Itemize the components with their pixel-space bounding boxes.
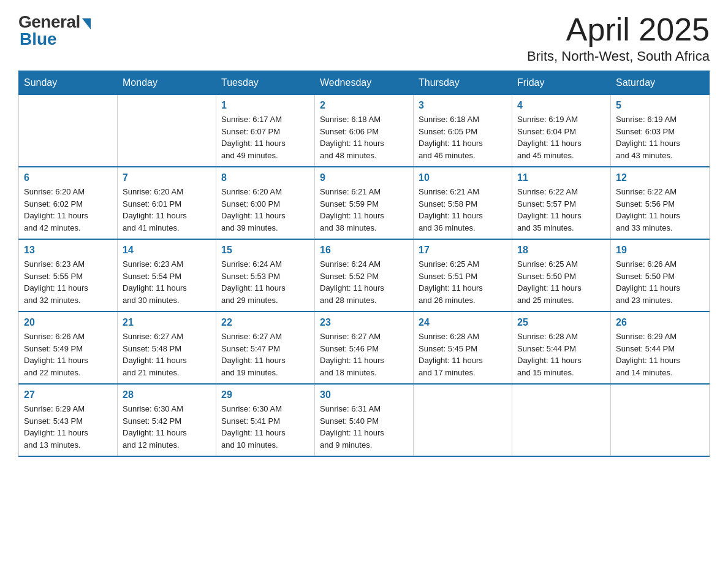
day-info: Sunrise: 6:18 AM Sunset: 6:06 PM Dayligh… <box>320 113 408 161</box>
day-number: 10 <box>419 172 507 183</box>
calendar-cell: 18Sunrise: 6:25 AM Sunset: 5:50 PM Dayli… <box>512 239 611 312</box>
day-info: Sunrise: 6:28 AM Sunset: 5:44 PM Dayligh… <box>517 331 605 378</box>
calendar-cell: 7Sunrise: 6:20 AM Sunset: 6:01 PM Daylig… <box>118 167 216 239</box>
day-number: 21 <box>123 317 211 328</box>
day-number: 20 <box>24 317 112 328</box>
day-info: Sunrise: 6:29 AM Sunset: 5:44 PM Dayligh… <box>616 331 704 378</box>
day-of-week-header: Thursday <box>414 71 512 95</box>
logo: General Blue <box>18 12 91 49</box>
day-number: 11 <box>517 172 605 183</box>
day-number: 25 <box>517 317 605 328</box>
calendar-cell: 15Sunrise: 6:24 AM Sunset: 5:53 PM Dayli… <box>216 239 315 312</box>
day-number: 15 <box>221 245 309 256</box>
logo-arrow-icon <box>82 18 91 29</box>
calendar-cell: 1Sunrise: 6:17 AM Sunset: 6:07 PM Daylig… <box>216 95 315 167</box>
day-info: Sunrise: 6:26 AM Sunset: 5:49 PM Dayligh… <box>24 331 112 378</box>
day-number: 12 <box>616 172 704 183</box>
calendar-cell: 16Sunrise: 6:24 AM Sunset: 5:52 PM Dayli… <box>315 239 414 312</box>
calendar-week-row: 27Sunrise: 6:29 AM Sunset: 5:43 PM Dayli… <box>19 384 710 456</box>
day-number: 6 <box>24 172 112 183</box>
day-number: 14 <box>123 245 211 256</box>
location-subtitle: Brits, North-West, South Africa <box>527 48 710 64</box>
calendar-cell: 6Sunrise: 6:20 AM Sunset: 6:02 PM Daylig… <box>19 167 118 239</box>
day-of-week-header: Sunday <box>19 71 118 95</box>
calendar-cell: 23Sunrise: 6:27 AM Sunset: 5:46 PM Dayli… <box>315 312 414 384</box>
calendar-cell: 28Sunrise: 6:30 AM Sunset: 5:42 PM Dayli… <box>118 384 216 456</box>
day-number: 2 <box>320 100 408 111</box>
calendar-cell <box>611 384 710 456</box>
day-number: 9 <box>320 172 408 183</box>
calendar-week-row: 13Sunrise: 6:23 AM Sunset: 5:55 PM Dayli… <box>19 239 710 312</box>
day-info: Sunrise: 6:25 AM Sunset: 5:51 PM Dayligh… <box>419 258 507 306</box>
day-info: Sunrise: 6:20 AM Sunset: 6:00 PM Dayligh… <box>221 186 309 234</box>
calendar-cell: 30Sunrise: 6:31 AM Sunset: 5:40 PM Dayli… <box>315 384 414 456</box>
calendar-cell: 19Sunrise: 6:26 AM Sunset: 5:50 PM Dayli… <box>611 239 710 312</box>
calendar-cell: 13Sunrise: 6:23 AM Sunset: 5:55 PM Dayli… <box>19 239 118 312</box>
day-info: Sunrise: 6:28 AM Sunset: 5:45 PM Dayligh… <box>419 331 507 378</box>
calendar-cell: 2Sunrise: 6:18 AM Sunset: 6:06 PM Daylig… <box>315 95 414 167</box>
day-info: Sunrise: 6:27 AM Sunset: 5:47 PM Dayligh… <box>221 331 309 378</box>
calendar-cell <box>19 95 118 167</box>
day-info: Sunrise: 6:17 AM Sunset: 6:07 PM Dayligh… <box>221 113 309 161</box>
calendar-cell: 22Sunrise: 6:27 AM Sunset: 5:47 PM Dayli… <box>216 312 315 384</box>
day-number: 22 <box>221 317 309 328</box>
calendar-week-row: 6Sunrise: 6:20 AM Sunset: 6:02 PM Daylig… <box>19 167 710 239</box>
day-number: 29 <box>221 389 309 400</box>
logo-blue-text: Blue <box>20 29 57 49</box>
day-number: 3 <box>419 100 507 111</box>
day-info: Sunrise: 6:23 AM Sunset: 5:55 PM Dayligh… <box>24 258 112 306</box>
day-of-week-header: Wednesday <box>315 71 414 95</box>
calendar-cell: 25Sunrise: 6:28 AM Sunset: 5:44 PM Dayli… <box>512 312 611 384</box>
day-info: Sunrise: 6:30 AM Sunset: 5:41 PM Dayligh… <box>221 403 309 451</box>
day-info: Sunrise: 6:23 AM Sunset: 5:54 PM Dayligh… <box>123 258 211 306</box>
calendar-cell <box>414 384 512 456</box>
day-info: Sunrise: 6:20 AM Sunset: 6:01 PM Dayligh… <box>123 186 211 234</box>
calendar-cell: 27Sunrise: 6:29 AM Sunset: 5:43 PM Dayli… <box>19 384 118 456</box>
calendar-cell: 10Sunrise: 6:21 AM Sunset: 5:58 PM Dayli… <box>414 167 512 239</box>
day-info: Sunrise: 6:19 AM Sunset: 6:03 PM Dayligh… <box>616 113 704 161</box>
calendar-table: SundayMondayTuesdayWednesdayThursdayFrid… <box>18 71 710 457</box>
calendar-cell: 20Sunrise: 6:26 AM Sunset: 5:49 PM Dayli… <box>19 312 118 384</box>
calendar-cell: 17Sunrise: 6:25 AM Sunset: 5:51 PM Dayli… <box>414 239 512 312</box>
day-info: Sunrise: 6:26 AM Sunset: 5:50 PM Dayligh… <box>616 258 704 306</box>
day-number: 5 <box>616 100 704 111</box>
calendar-cell: 8Sunrise: 6:20 AM Sunset: 6:00 PM Daylig… <box>216 167 315 239</box>
day-number: 16 <box>320 245 408 256</box>
day-info: Sunrise: 6:27 AM Sunset: 5:48 PM Dayligh… <box>123 331 211 378</box>
calendar-cell: 11Sunrise: 6:22 AM Sunset: 5:57 PM Dayli… <box>512 167 611 239</box>
day-info: Sunrise: 6:31 AM Sunset: 5:40 PM Dayligh… <box>320 403 408 451</box>
day-number: 24 <box>419 317 507 328</box>
day-number: 19 <box>616 245 704 256</box>
day-info: Sunrise: 6:30 AM Sunset: 5:42 PM Dayligh… <box>123 403 211 451</box>
day-number: 26 <box>616 317 704 328</box>
title-section: April 2025 Brits, North-West, South Afri… <box>527 12 710 64</box>
calendar-cell: 24Sunrise: 6:28 AM Sunset: 5:45 PM Dayli… <box>414 312 512 384</box>
day-number: 30 <box>320 389 408 400</box>
calendar-cell: 3Sunrise: 6:18 AM Sunset: 6:05 PM Daylig… <box>414 95 512 167</box>
day-number: 8 <box>221 172 309 183</box>
day-info: Sunrise: 6:25 AM Sunset: 5:50 PM Dayligh… <box>517 258 605 306</box>
calendar-cell: 12Sunrise: 6:22 AM Sunset: 5:56 PM Dayli… <box>611 167 710 239</box>
calendar-header-row: SundayMondayTuesdayWednesdayThursdayFrid… <box>19 71 710 95</box>
day-info: Sunrise: 6:22 AM Sunset: 5:57 PM Dayligh… <box>517 186 605 234</box>
day-number: 1 <box>221 100 309 111</box>
calendar-cell <box>512 384 611 456</box>
day-info: Sunrise: 6:18 AM Sunset: 6:05 PM Dayligh… <box>419 113 507 161</box>
calendar-cell: 5Sunrise: 6:19 AM Sunset: 6:03 PM Daylig… <box>611 95 710 167</box>
day-number: 28 <box>123 389 211 400</box>
day-number: 23 <box>320 317 408 328</box>
calendar-cell: 14Sunrise: 6:23 AM Sunset: 5:54 PM Dayli… <box>118 239 216 312</box>
day-info: Sunrise: 6:19 AM Sunset: 6:04 PM Dayligh… <box>517 113 605 161</box>
calendar-cell: 26Sunrise: 6:29 AM Sunset: 5:44 PM Dayli… <box>611 312 710 384</box>
day-info: Sunrise: 6:24 AM Sunset: 5:52 PM Dayligh… <box>320 258 408 306</box>
day-info: Sunrise: 6:20 AM Sunset: 6:02 PM Dayligh… <box>24 186 112 234</box>
calendar-cell: 9Sunrise: 6:21 AM Sunset: 5:59 PM Daylig… <box>315 167 414 239</box>
day-info: Sunrise: 6:21 AM Sunset: 5:59 PM Dayligh… <box>320 186 408 234</box>
calendar-week-row: 20Sunrise: 6:26 AM Sunset: 5:49 PM Dayli… <box>19 312 710 384</box>
day-number: 18 <box>517 245 605 256</box>
day-info: Sunrise: 6:29 AM Sunset: 5:43 PM Dayligh… <box>24 403 112 451</box>
day-info: Sunrise: 6:21 AM Sunset: 5:58 PM Dayligh… <box>419 186 507 234</box>
day-info: Sunrise: 6:24 AM Sunset: 5:53 PM Dayligh… <box>221 258 309 306</box>
day-number: 4 <box>517 100 605 111</box>
calendar-cell: 21Sunrise: 6:27 AM Sunset: 5:48 PM Dayli… <box>118 312 216 384</box>
